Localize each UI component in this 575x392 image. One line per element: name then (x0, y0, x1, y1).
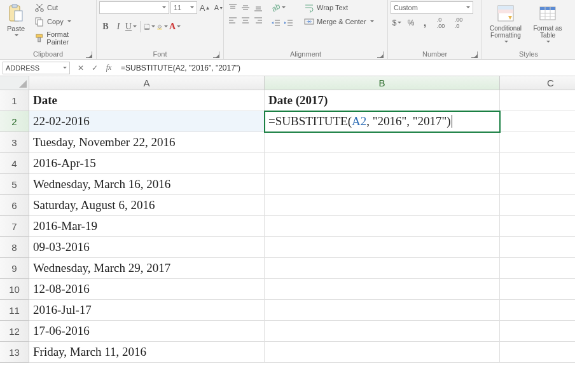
col-header-A[interactable]: A (29, 76, 265, 90)
cell-B10[interactable] (265, 279, 500, 300)
cell-A1[interactable]: Date (29, 90, 265, 111)
align-left-button[interactable] (226, 14, 239, 27)
fx-icon: fx (106, 63, 112, 72)
bold-button[interactable]: B (99, 20, 112, 33)
copy-button[interactable]: Copy (32, 15, 94, 28)
cell-C2[interactable] (500, 111, 575, 132)
row-header[interactable]: 7 (0, 216, 29, 237)
format-as-table-button[interactable]: Format as Table (529, 1, 566, 46)
orientation-button[interactable]: ab (270, 1, 288, 14)
dialog-launcher-icon[interactable] (213, 51, 219, 58)
cell-C12[interactable] (500, 321, 575, 342)
font-size-combo[interactable]: 11 (170, 1, 197, 14)
enter-button[interactable]: ✓ (88, 61, 102, 75)
cell-C13[interactable] (500, 342, 575, 363)
align-bottom-button[interactable] (252, 1, 265, 14)
cell-C3[interactable] (500, 132, 575, 153)
conditional-formatting-button[interactable]: Conditional Formatting (485, 1, 527, 46)
cell-A2[interactable]: 22-02-2016 (29, 111, 265, 132)
cell-A10[interactable]: 12-08-2016 (29, 279, 265, 300)
cell-B13[interactable] (265, 342, 500, 363)
row-header[interactable]: 2 (0, 111, 29, 132)
number-format-combo[interactable]: Custom (391, 1, 473, 14)
font-color-button[interactable]: A (169, 20, 181, 33)
cell-A7[interactable]: 2016-Mar-19 (29, 216, 265, 237)
cell-B12[interactable] (265, 321, 500, 342)
dialog-launcher-icon[interactable] (86, 51, 92, 58)
row-header[interactable]: 9 (0, 258, 29, 279)
paste-button[interactable]: Paste (3, 1, 29, 39)
align-top-button[interactable] (226, 1, 239, 14)
formula-input[interactable] (118, 61, 575, 75)
increase-indent-button[interactable] (282, 17, 295, 29)
select-all-corner[interactable] (0, 76, 29, 90)
row-header[interactable]: 8 (0, 237, 29, 258)
cell-B8[interactable] (265, 237, 500, 258)
increase-font-button[interactable]: A▲ (198, 1, 211, 14)
align-right-button[interactable] (252, 14, 265, 27)
cell-A3[interactable]: Tuesday, November 22, 2016 (29, 132, 265, 153)
italic-button[interactable]: I (112, 20, 125, 33)
cell-A13[interactable]: Friday, March 11, 2016 (29, 342, 265, 363)
cell-C10[interactable] (500, 279, 575, 300)
row-header[interactable]: 5 (0, 174, 29, 195)
cell-C8[interactable] (500, 237, 575, 258)
cell-C4[interactable] (500, 153, 575, 174)
cell-A11[interactable]: 2016-Jul-17 (29, 300, 265, 321)
cell-A9[interactable]: Wednesday, March 29, 2017 (29, 258, 265, 279)
row-header[interactable]: 1 (0, 90, 29, 111)
align-middle-button[interactable] (239, 1, 252, 14)
row-header[interactable]: 4 (0, 153, 29, 174)
cell-B6[interactable] (265, 195, 500, 216)
percent-button[interactable]: % (405, 17, 417, 29)
fill-color-button[interactable] (156, 20, 169, 33)
borders-button[interactable] (143, 20, 156, 33)
cell-C11[interactable] (500, 300, 575, 321)
cell-A12[interactable]: 17-06-2016 (29, 321, 265, 342)
cell-B11[interactable] (265, 300, 500, 321)
decrease-indent-button[interactable] (270, 17, 282, 29)
underline-button[interactable]: U (125, 20, 137, 33)
cell-B9[interactable] (265, 258, 500, 279)
decrease-decimal-button[interactable]: .00.0 (450, 17, 467, 29)
cell-C1[interactable] (500, 90, 575, 111)
row-header[interactable]: 6 (0, 195, 29, 216)
increase-decimal-button[interactable]: .0.00 (433, 17, 449, 29)
font-family-combo[interactable] (99, 1, 169, 14)
format-painter-button[interactable]: Format Painter (32, 29, 94, 47)
cancel-button[interactable]: ✕ (74, 61, 88, 75)
cell-C5[interactable] (500, 174, 575, 195)
cell-A5[interactable]: Wednesday, March 16, 2016 (29, 174, 265, 195)
dialog-launcher-icon[interactable] (471, 51, 478, 58)
row-header[interactable]: 12 (0, 321, 29, 342)
row-header[interactable]: 10 (0, 279, 29, 300)
comma-button[interactable]: , (419, 17, 431, 29)
insert-function-button[interactable]: fx (102, 61, 116, 75)
align-center-button[interactable] (239, 14, 252, 27)
cell-A4[interactable]: 2016-Apr-15 (29, 153, 265, 174)
cell-C7[interactable] (500, 216, 575, 237)
cell-B1[interactable]: Date (2017) (265, 90, 500, 111)
cell-B3[interactable] (265, 132, 500, 153)
name-box[interactable]: ADDRESS (3, 62, 70, 74)
cell-B2[interactable]: =SUBSTITUTE(A2, "2016", "2017") (265, 111, 500, 132)
row-header[interactable]: 11 (0, 300, 29, 321)
col-header-B[interactable]: B (265, 76, 500, 90)
cell-A8[interactable]: 09-03-2016 (29, 237, 265, 258)
cell-B7[interactable] (265, 216, 500, 237)
cell-C6[interactable] (500, 195, 575, 216)
cell-B4[interactable] (265, 153, 500, 174)
merge-center-button[interactable]: Merge & Center (301, 15, 377, 28)
decrease-font-button[interactable]: A▼ (212, 1, 225, 14)
cell-A6[interactable]: Saturday, August 6, 2016 (29, 195, 265, 216)
svg-rect-6 (38, 20, 43, 26)
dialog-launcher-icon[interactable] (377, 51, 384, 58)
cut-button[interactable]: Cut (32, 1, 94, 14)
cell-C9[interactable] (500, 258, 575, 279)
currency-button[interactable]: $ (391, 17, 403, 29)
wrap-text-button[interactable]: Wrap Text (301, 1, 377, 14)
cell-B5[interactable] (265, 174, 500, 195)
col-header-C[interactable]: C (500, 76, 575, 90)
row-header[interactable]: 13 (0, 342, 29, 363)
row-header[interactable]: 3 (0, 132, 29, 153)
